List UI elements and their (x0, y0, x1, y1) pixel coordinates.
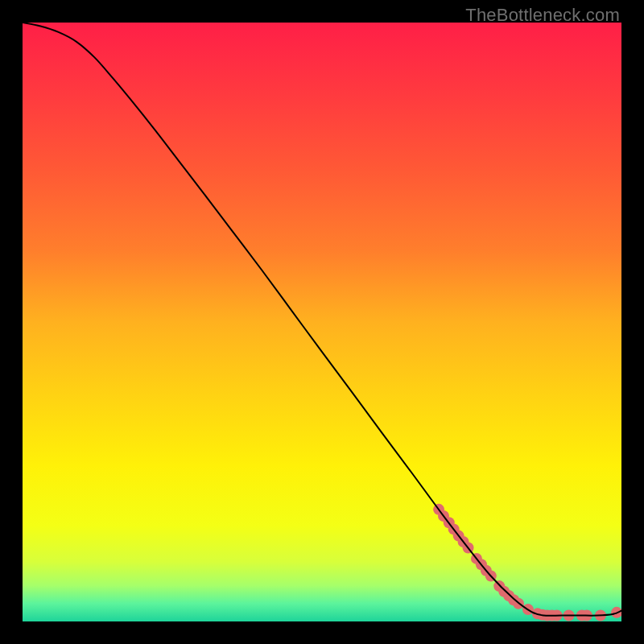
chart-plot-area (23, 23, 621, 621)
chart-background (23, 23, 621, 621)
chart-container: TheBottleneck.com (0, 0, 644, 644)
watermark-text: TheBottleneck.com (465, 5, 620, 26)
chart-svg (23, 23, 621, 621)
